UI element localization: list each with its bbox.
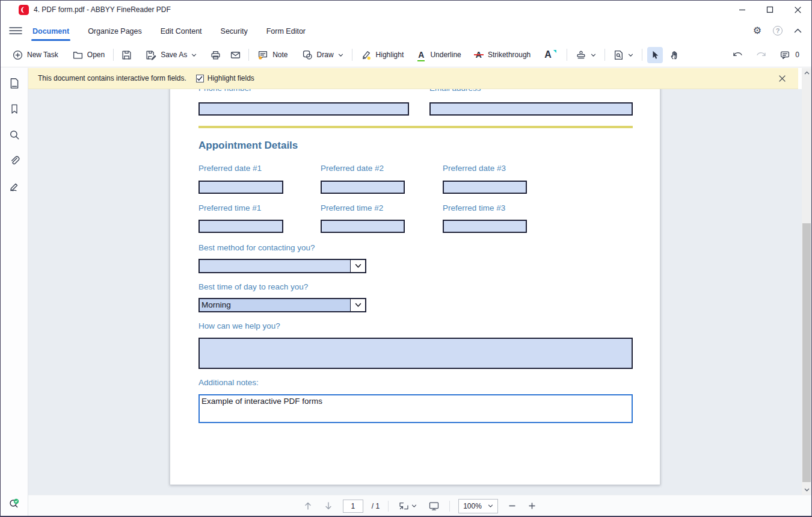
zoom-level-select[interactable]: 100% (458, 499, 498, 513)
left-panel-sidebar (1, 68, 28, 516)
minimize-button[interactable] (728, 1, 756, 19)
attachments-panel-icon[interactable] (7, 153, 22, 169)
contact-method-value (200, 260, 350, 272)
save-button[interactable] (118, 47, 135, 63)
scrollbar-thumb[interactable] (802, 223, 811, 482)
preferred-time-2-field[interactable] (321, 220, 405, 233)
email-address-label: Email address (429, 89, 481, 93)
stamp-icon (576, 50, 586, 60)
zoom-out-icon[interactable] (506, 500, 518, 512)
history-controls: 0 (729, 47, 803, 63)
next-page-icon[interactable] (322, 500, 334, 512)
draw-chevron-icon (338, 53, 343, 57)
preferred-date-3-field[interactable] (443, 181, 527, 194)
underline-icon: A (418, 51, 424, 59)
strikethrough-icon: A (476, 51, 482, 59)
signature-panel-icon[interactable] (7, 179, 22, 194)
print-button[interactable] (208, 47, 224, 63)
stamp-button[interactable] (572, 47, 600, 63)
tab-form-editor[interactable]: Form Editor (265, 20, 307, 41)
select-tool-button[interactable] (647, 47, 663, 63)
underline-button[interactable]: A Underline (414, 48, 465, 62)
preferred-date-1-field[interactable] (198, 181, 283, 194)
scroll-down-icon[interactable] (802, 485, 811, 495)
preferred-time-1-field[interactable] (198, 220, 283, 233)
reach-time-select[interactable]: Morning (198, 298, 366, 312)
save-as-icon (146, 50, 156, 60)
section-divider (198, 126, 633, 128)
save-as-chevron-icon (191, 53, 197, 57)
fullscreen-button[interactable] (427, 500, 441, 513)
preferred-date-1-label: Preferred date #1 (198, 164, 262, 173)
contact-method-label: Best method for contacting you? (198, 243, 315, 252)
redo-button[interactable] (752, 48, 770, 63)
draw-button[interactable]: Draw (299, 47, 347, 63)
draw-icon (303, 50, 313, 60)
document-view-area[interactable]: Phone number Email address Appointment D… (28, 89, 802, 495)
open-folder-icon (73, 50, 83, 60)
highlight-fields-label: Highlight fields (208, 74, 254, 82)
fit-width-button[interactable] (397, 500, 419, 512)
feedback-check-icon[interactable] (7, 496, 22, 512)
help-textarea[interactable] (198, 338, 633, 369)
phone-number-label: Phone number (198, 89, 252, 93)
new-task-button[interactable]: New Task (9, 47, 62, 63)
preferred-time-2-label: Preferred time #2 (321, 203, 383, 212)
additional-notes-field[interactable]: Example of interactive PDF forms (198, 394, 633, 423)
email-button[interactable] (227, 47, 244, 63)
help-icon[interactable]: ? (773, 26, 783, 36)
preferred-date-3-label: Preferred date #3 (443, 164, 506, 173)
contact-method-dropdown-icon[interactable] (350, 260, 365, 272)
preferred-time-1-label: Preferred time #1 (198, 203, 261, 212)
checkbox-checked-icon[interactable] (196, 75, 204, 82)
comments-icon (780, 50, 790, 60)
previous-page-icon[interactable] (302, 500, 314, 512)
ribbon-tabs: Document Organize Pages Edit Content Sec… (31, 20, 307, 41)
scroll-up-icon[interactable] (802, 68, 811, 78)
tab-security[interactable]: Security (220, 20, 249, 41)
search-panel-icon[interactable] (7, 127, 22, 143)
preferred-date-2-field[interactable] (321, 181, 405, 194)
document-search-icon (614, 50, 624, 60)
tab-document[interactable]: Document (31, 20, 70, 41)
printer-icon (211, 50, 221, 60)
note-button[interactable]: Note (254, 47, 291, 63)
close-button[interactable] (784, 1, 811, 19)
highlight-fields-checkbox[interactable]: Highlight fields (196, 74, 254, 82)
new-task-label: New Task (27, 51, 58, 59)
note-icon (257, 50, 268, 60)
open-label: Open (87, 51, 105, 59)
comments-button[interactable]: 0 (776, 47, 803, 63)
reach-time-dropdown-icon[interactable] (350, 299, 365, 311)
open-button[interactable]: Open (69, 47, 108, 63)
form-fields-notification-bar: This document contains interactive form … (28, 68, 798, 89)
undo-button[interactable] (729, 48, 746, 63)
highlighter-icon (361, 50, 372, 60)
main-menu-icon[interactable] (9, 26, 22, 35)
tab-edit-content[interactable]: Edit Content (159, 20, 203, 41)
contact-method-select[interactable] (198, 259, 366, 273)
page-number-input[interactable] (343, 500, 363, 513)
additional-notes-label: Additional notes: (198, 378, 259, 387)
save-as-button[interactable]: Save As (142, 47, 200, 63)
app-window: 4. PDF form.pdf - ABBYY FineReader PDF D… (0, 0, 812, 517)
pages-panel-icon[interactable] (7, 75, 22, 91)
collapse-ribbon-icon[interactable] (794, 28, 802, 33)
search-document-button[interactable] (610, 47, 637, 63)
pdf-page: Phone number Email address Appointment D… (170, 89, 660, 485)
email-address-field[interactable] (429, 102, 633, 116)
highlight-button[interactable]: Highlight (357, 47, 408, 63)
vertical-scrollbar[interactable] (802, 68, 811, 495)
title-bar: 4. PDF form.pdf - ABBYY FineReader PDF (1, 1, 811, 19)
preferred-time-3-field[interactable] (443, 220, 527, 233)
notification-close-icon[interactable] (776, 72, 789, 85)
settings-gear-icon[interactable]: ⚙ (753, 26, 761, 36)
hand-tool-button[interactable] (666, 47, 683, 63)
phone-number-field[interactable] (198, 102, 409, 116)
bookmarks-panel-icon[interactable] (7, 101, 22, 117)
strikethrough-button[interactable]: A Strikethrough (472, 48, 535, 62)
tab-organize-pages[interactable]: Organize Pages (87, 20, 143, 41)
zoom-in-icon[interactable] (526, 500, 538, 512)
text-style-button[interactable]: A (541, 47, 562, 63)
maximize-button[interactable] (756, 1, 784, 19)
